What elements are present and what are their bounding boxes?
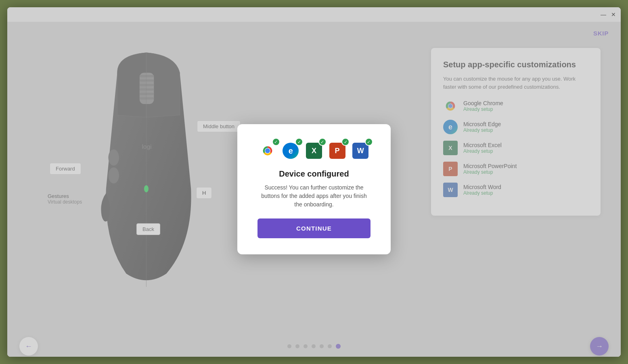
edge-check-badge: ✓ — [295, 138, 303, 146]
ppt-check-badge: ✓ — [341, 138, 350, 146]
word-check-badge: ✓ — [365, 138, 373, 146]
continue-button[interactable]: CONTINUE — [257, 218, 371, 238]
content-area: SKIP — [7, 22, 621, 357]
close-button[interactable]: ✕ — [611, 11, 616, 18]
svg-point-19 — [265, 148, 270, 153]
modal-chrome-icon: ✓ — [257, 140, 278, 161]
minimize-button[interactable]: — — [601, 11, 606, 18]
modal-overlay: ✓ e ✓ X ✓ P ✓ — [7, 22, 621, 357]
modal-powerpoint-icon: P ✓ — [327, 140, 347, 161]
modal-edge-icon: e ✓ — [281, 140, 301, 161]
modal-description: Success! You can further customize the b… — [257, 183, 371, 209]
modal-excel-icon: X ✓ — [304, 140, 324, 161]
modal-dialog: ✓ e ✓ X ✓ P ✓ — [237, 124, 391, 254]
modal-icons-row: ✓ e ✓ X ✓ P ✓ — [257, 140, 371, 161]
title-bar: — ✕ — [7, 7, 621, 22]
modal-word-icon: W ✓ — [350, 140, 371, 161]
app-window: — ✕ SKIP — [7, 7, 621, 357]
chrome-check-badge: ✓ — [272, 138, 280, 146]
title-bar-controls: — ✕ — [601, 11, 616, 18]
modal-title: Device configured — [257, 169, 371, 179]
excel-check-badge: ✓ — [318, 138, 327, 146]
